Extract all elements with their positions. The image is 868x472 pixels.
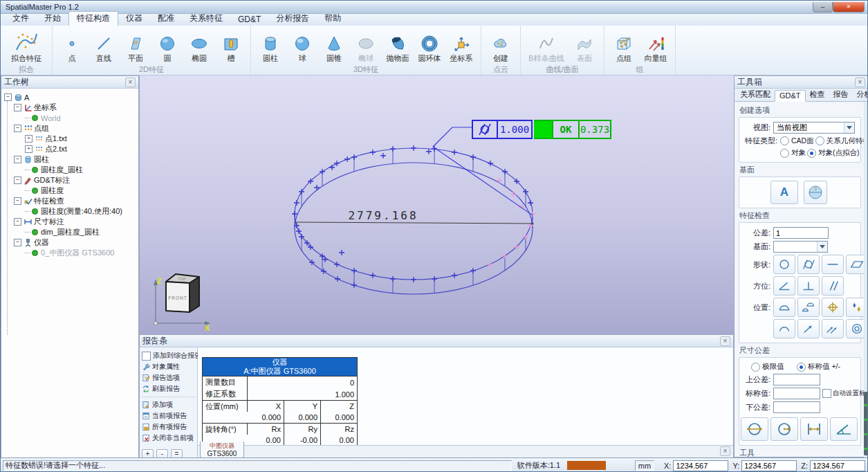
radio-cad-face[interactable]: CAD面 <box>780 136 814 146</box>
collapse-toggle-icon[interactable]: − <box>14 125 21 132</box>
cylindricity-button[interactable] <box>797 255 820 274</box>
menu-tab-gdt[interactable]: GD&T <box>230 14 268 26</box>
ribbon-button-paraboloid[interactable]: 抛物面 <box>382 34 414 64</box>
tree-node-dim-cylindricity[interactable]: dim_圆柱度_圆柱 <box>1 227 138 237</box>
radio-nominal-value[interactable]: 标称值 +/- <box>797 362 840 372</box>
add-item-button[interactable]: 添加项 <box>142 399 196 410</box>
tree-node-cylindricity-check[interactable]: 圆柱度(测量:40,使用:40) <box>1 206 138 217</box>
radius-dim-button[interactable] <box>770 417 798 441</box>
current-item-report-button[interactable]: 当前项报告 <box>142 410 196 421</box>
menu-tab-alignment[interactable]: 配准 <box>150 12 182 26</box>
circular-runout-button[interactable] <box>797 319 820 338</box>
worktree-close-icon[interactable]: × <box>125 78 136 87</box>
datum-a-button[interactable]: A <box>770 181 798 204</box>
ribbon-button-cylinder[interactable]: 圆柱 <box>255 34 286 64</box>
composite-profile-button[interactable] <box>797 298 820 317</box>
circularity-button[interactable] <box>773 255 795 274</box>
viewport-3d[interactable]: 2779.168 TOP FRONT Z X 1.000 OK 0.373 <box>139 75 734 334</box>
ribbon-button-create-pointcloud[interactable]: 创建 <box>485 34 517 64</box>
expand-toggle-icon[interactable]: + <box>25 135 33 143</box>
menu-tab-analysis-report[interactable]: 分析报告 <box>268 12 317 26</box>
angularity-button[interactable] <box>773 276 795 296</box>
distance-dim-button[interactable] <box>800 417 828 441</box>
reportbar-close-icon[interactable]: × <box>720 336 730 346</box>
tree-node-points1[interactable]: + 点1.txt <box>1 134 138 144</box>
collapse-toggle-icon[interactable]: − <box>4 93 12 101</box>
collapse-toggle-icon[interactable]: − <box>14 176 21 184</box>
tree-node-points2[interactable]: + 点2.txt <box>1 144 138 154</box>
ribbon-button-point[interactable]: 点 <box>56 34 88 64</box>
ribbon-button-line[interactable]: 直线 <box>88 34 120 64</box>
position-button[interactable] <box>822 298 844 317</box>
tab-inspect[interactable]: 检查 <box>806 89 829 101</box>
collapse-toggle-icon[interactable]: − <box>14 104 21 111</box>
ribbon-button-fit-feature[interactable]: 拟合特征 <box>4 30 48 64</box>
upper-tolerance-input[interactable] <box>773 374 820 385</box>
ribbon-button-coordsys[interactable]: 坐标系 <box>445 34 477 64</box>
ribbon-button-torus[interactable]: 圆环体 <box>414 34 445 64</box>
nominal-value-input[interactable] <box>773 388 820 399</box>
tree-node-instruments[interactable]: − 仪器 <box>1 237 138 248</box>
ribbon-button-vector-group[interactable]: 向量组 <box>640 34 672 64</box>
expand-toggle-icon[interactable]: + <box>25 145 33 153</box>
collapse-toggle-icon[interactable]: − <box>14 218 21 226</box>
menu-tab-feature-construct[interactable]: 特征构造 <box>68 11 118 26</box>
tree-node-dimensions[interactable]: − 尺寸标注 <box>1 217 138 227</box>
toolbox-close-icon[interactable]: × <box>855 78 865 87</box>
datum-sphere-button[interactable]: ? <box>804 181 827 204</box>
refresh-report-button[interactable]: 刷新报告 <box>142 383 196 394</box>
ribbon-button-point-group[interactable]: 点组 <box>608 34 640 64</box>
tree-node-cylinder[interactable]: − 圆柱 <box>1 154 138 165</box>
datum-select[interactable] <box>773 241 828 253</box>
profile-line-button[interactable] <box>773 319 795 338</box>
menu-tab-help[interactable]: 帮助 <box>317 12 349 26</box>
radio-object-point-fit[interactable]: 对象(点拟合) <box>807 148 860 158</box>
lower-tolerance-input[interactable] <box>773 401 820 413</box>
menu-tab-instrument[interactable]: 仪器 <box>118 12 150 26</box>
report-tab-close-icon[interactable]: × <box>720 446 730 456</box>
collapse-toggle-icon[interactable]: − <box>14 156 21 163</box>
coord-x-input[interactable] <box>673 460 728 471</box>
tree-node-cylindricity[interactable]: 圆柱度 <box>1 185 138 196</box>
angle-dim-button[interactable] <box>830 417 858 441</box>
tree-node-feature-checks[interactable]: − 特征检查 <box>1 196 138 206</box>
coord-z-input[interactable] <box>810 460 865 471</box>
tab-report[interactable]: 报告 <box>829 89 853 101</box>
view-select[interactable]: 当前视图 <box>773 122 855 134</box>
coord-y-input[interactable] <box>741 460 797 471</box>
tree-node-world[interactable]: World <box>1 113 138 123</box>
unit-button[interactable]: mm <box>635 460 654 471</box>
scrollbar-thumb[interactable] <box>864 392 868 455</box>
profile-surface-button[interactable] <box>773 298 795 317</box>
all-items-report-button[interactable]: 所有项报告 <box>142 421 196 433</box>
total-runout-button[interactable] <box>822 319 844 338</box>
perpendicularity-button[interactable] <box>797 276 820 296</box>
collapse-toggle-icon[interactable]: − <box>14 239 21 246</box>
tree-node-gdt-annotations[interactable]: − GD&T标注 <box>1 175 138 185</box>
report-options-button[interactable]: 报告选项 <box>142 372 196 383</box>
add-to-report-checkbox[interactable]: 添加到综合报告 <box>142 350 196 361</box>
auto-nominal-checkbox[interactable]: 自动设置标称值 <box>822 389 868 398</box>
parallelism-button[interactable] <box>822 276 844 296</box>
tab-gdt[interactable]: GD&T <box>775 90 806 102</box>
view-cube[interactable]: TOP FRONT Z X <box>154 274 210 332</box>
menu-tab-file[interactable]: 文件 <box>5 12 37 26</box>
radio-limit-value[interactable]: 极限值 <box>751 362 795 372</box>
ribbon-button-sphere[interactable]: 球 <box>286 34 318 64</box>
ribbon-button-cone[interactable]: 圆锥 <box>318 34 350 64</box>
close-button[interactable]: × <box>833 2 865 12</box>
tolerance-input[interactable] <box>773 227 829 239</box>
tree-node-coordsys[interactable]: − 坐标系 <box>1 102 138 113</box>
radio-object[interactable]: 对象 <box>780 148 806 158</box>
minimize-button[interactable]: – <box>813 2 833 12</box>
ribbon-button-ellipse[interactable]: 椭圆 <box>183 34 215 64</box>
tree-node-pointgroups[interactable]: − 点组 <box>1 123 138 134</box>
radio-relation-geometry[interactable]: 关系几何特征 <box>815 136 868 146</box>
menu-tab-start[interactable]: 开始 <box>37 12 68 26</box>
tab-analysis[interactable]: 分析 <box>853 89 868 101</box>
tree-node-root[interactable]: − A <box>1 92 138 102</box>
tree-node-cylindricity-cylinder[interactable]: 圆柱度_圆柱 <box>1 165 138 175</box>
ribbon-button-slot[interactable]: 槽 <box>215 34 247 64</box>
toolbox-scrollbar[interactable] <box>864 102 868 457</box>
ribbon-button-circle[interactable]: 圆 <box>151 34 183 64</box>
